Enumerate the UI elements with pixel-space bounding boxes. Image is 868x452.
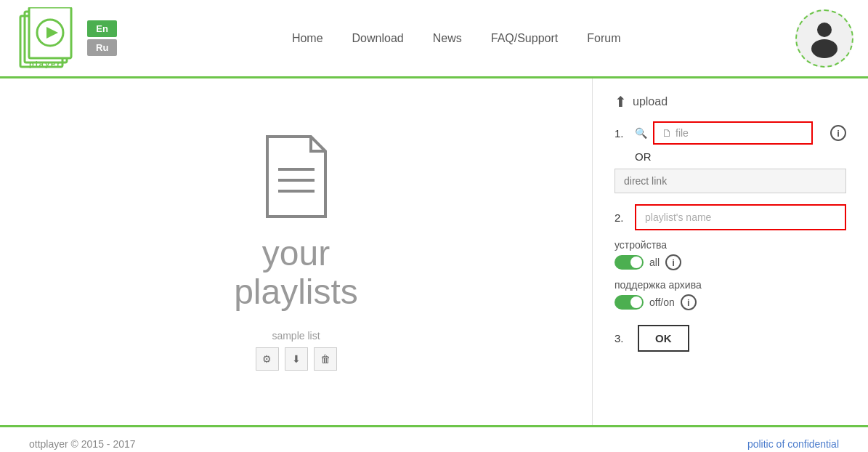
lang-ru-button[interactable]: Ru [87, 39, 117, 56]
nav-download[interactable]: Download [352, 32, 404, 45]
svg-text:player: player [29, 60, 61, 68]
user-silhouette-icon [805, 18, 845, 58]
archive-toggle-label: off/on [649, 296, 675, 308]
archive-toggle-row: off/on i [615, 294, 846, 310]
header: player En Ru Home Download News FAQ/Supp… [0, 0, 868, 78]
svg-point-7 [811, 39, 837, 58]
devices-toggle-row: all i [615, 254, 846, 270]
file-placeholder-text: file [676, 127, 689, 139]
devices-info-icon[interactable]: i [665, 254, 681, 270]
upload-label: upload [633, 95, 668, 108]
archive-info-icon[interactable]: i [681, 294, 697, 310]
policy-link[interactable]: politic of confidential [747, 438, 839, 450]
search-icon: 🔍 [635, 127, 647, 139]
logo-area: player En Ru [15, 7, 117, 69]
nav-forum[interactable]: Forum [587, 32, 620, 45]
upload-section: ⬆ upload [615, 93, 846, 110]
left-panel: your playlists sample list ⚙ ⬇ 🗑 [0, 78, 592, 425]
playlist-file-icon [260, 133, 333, 220]
svg-point-6 [817, 23, 832, 37]
right-panel: ⬆ upload 1. 🔍 🗋 file i OR 2. устройства [592, 78, 868, 425]
delete-button[interactable]: 🗑 [314, 347, 337, 371]
direct-link-input[interactable] [615, 169, 846, 193]
nav-news[interactable]: News [433, 32, 462, 45]
playlist-heading: your playlists [234, 235, 358, 312]
step1-number: 1. [615, 127, 629, 140]
devices-label: устройства [615, 239, 846, 251]
playlist-name-input[interactable] [635, 204, 846, 230]
archive-toggle[interactable] [615, 295, 644, 310]
avatar[interactable] [795, 9, 853, 68]
upload-icon: ⬆ [615, 93, 627, 110]
lang-en-button[interactable]: En [87, 20, 117, 37]
footer: ottplayer © 2015 - 2017 politic of confi… [0, 427, 868, 452]
sample-list-label: sample list [272, 330, 320, 342]
download-button[interactable]: ⬇ [285, 347, 308, 371]
settings-button[interactable]: ⚙ [256, 347, 279, 371]
file-info-icon[interactable]: i [830, 125, 846, 141]
ott-logo-icon: player [15, 7, 80, 69]
nav-faq[interactable]: FAQ/Support [491, 32, 559, 45]
file-doc-icon: 🗋 [662, 127, 672, 139]
devices-toggle[interactable] [615, 255, 644, 270]
file-input-box[interactable]: 🗋 file [653, 121, 813, 145]
nav-home[interactable]: Home [292, 32, 323, 45]
copyright-text: ottplayer © 2015 - 2017 [29, 438, 136, 450]
step1-row: 1. 🔍 🗋 file i [615, 121, 846, 145]
or-separator: OR [635, 150, 846, 163]
step2-number: 2. [615, 211, 629, 224]
language-switcher: En Ru [87, 20, 117, 56]
main-nav: Home Download News FAQ/Support Forum [292, 32, 621, 45]
devices-toggle-label: all [649, 257, 660, 268]
file-input-area[interactable]: 🗋 file [653, 121, 824, 145]
main-content: your playlists sample list ⚙ ⬇ 🗑 ⬆ uploa… [0, 78, 868, 427]
sample-actions-bar: ⚙ ⬇ 🗑 [256, 347, 337, 371]
step3-number: 3. [615, 332, 629, 344]
archive-label: поддержка архива [615, 279, 846, 291]
step3-row: 3. OK [615, 325, 846, 352]
ok-button[interactable]: OK [638, 325, 689, 352]
step2-row: 2. [615, 204, 846, 230]
